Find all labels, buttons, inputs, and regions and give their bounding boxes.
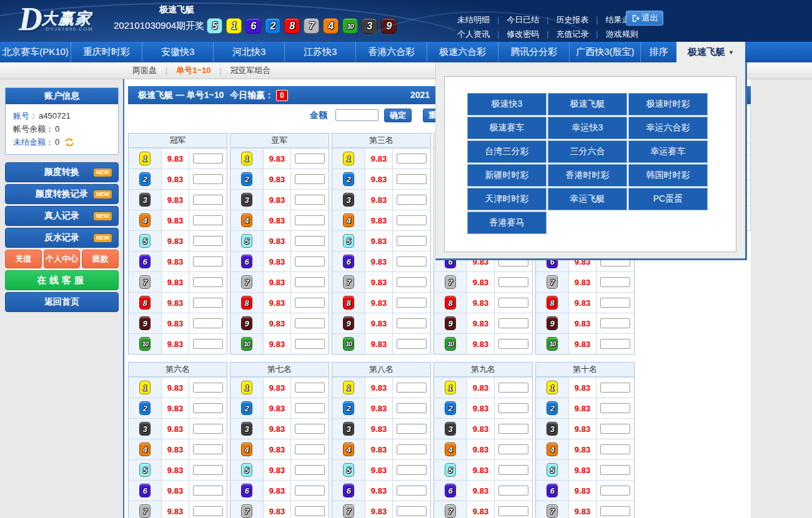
bet-amount-input[interactable] xyxy=(295,195,325,205)
bet-amount-input[interactable] xyxy=(600,277,630,287)
dropdown-game-item[interactable]: 幸运六合彩 xyxy=(628,117,708,139)
dropdown-game-item[interactable]: 新疆时时彩 xyxy=(467,164,547,187)
dropdown-game-item[interactable]: 香港赛马 xyxy=(467,212,547,234)
bet-amount-input[interactable] xyxy=(600,486,630,496)
bet-amount-input[interactable] xyxy=(295,318,325,328)
bet-amount-input[interactable] xyxy=(600,318,630,328)
bet-amount-input[interactable] xyxy=(193,154,223,164)
bet-amount-input[interactable] xyxy=(600,444,630,454)
bet-amount-input[interactable] xyxy=(193,277,223,287)
bet-amount-input[interactable] xyxy=(193,174,223,184)
bet-amount-input[interactable] xyxy=(295,298,325,308)
bet-amount-input[interactable] xyxy=(397,403,427,413)
dropdown-game-item[interactable]: 幸运赛车 xyxy=(628,140,708,163)
bet-amount-input[interactable] xyxy=(295,506,325,516)
bet-amount-input[interactable] xyxy=(397,215,427,225)
bet-amount-input[interactable] xyxy=(397,195,427,205)
dropdown-game-item[interactable]: 天津时时彩 xyxy=(467,188,547,210)
bet-amount-input[interactable] xyxy=(295,486,325,496)
back-home-button[interactable]: 返回首页 xyxy=(5,292,119,312)
bet-amount-input[interactable] xyxy=(295,236,325,246)
dropdown-game-item[interactable]: 极速时时彩 xyxy=(628,93,708,115)
confirm-button[interactable]: 确定 xyxy=(384,109,412,122)
bet-amount-input[interactable] xyxy=(498,383,528,393)
bet-amount-input[interactable] xyxy=(397,383,427,393)
bet-amount-input[interactable] xyxy=(193,339,223,349)
subnav-item[interactable]: 冠亚军组合 xyxy=(222,65,280,76)
bet-amount-input[interactable] xyxy=(397,465,427,475)
refresh-icon[interactable] xyxy=(64,138,74,147)
bet-amount-input[interactable] xyxy=(193,424,223,434)
bet-amount-input[interactable] xyxy=(295,257,325,266)
bet-amount-input[interactable] xyxy=(600,298,630,308)
nav-tab-active[interactable]: 极速飞艇 ▼ xyxy=(676,42,745,62)
bet-amount-input[interactable] xyxy=(397,174,427,184)
bet-amount-input[interactable] xyxy=(600,424,630,434)
bet-amount-input[interactable] xyxy=(193,486,223,496)
dropdown-game-item[interactable]: PC蛋蛋 xyxy=(628,188,708,210)
bet-amount-input[interactable] xyxy=(498,298,528,308)
sidebar-quick-button[interactable]: 充值 xyxy=(5,250,42,268)
top-menu-item[interactable]: 充值记录 xyxy=(548,29,596,40)
bet-amount-input[interactable] xyxy=(498,339,528,349)
bet-amount-input[interactable] xyxy=(193,318,223,328)
nav-tab[interactable]: 安徽快3 xyxy=(142,42,214,62)
nav-tab[interactable]: 排序 xyxy=(641,42,676,62)
dropdown-game-item[interactable]: 三分六合 xyxy=(548,140,627,163)
nav-tab[interactable]: 重庆时时彩 xyxy=(71,42,142,62)
top-menu-item[interactable]: 个人资讯 xyxy=(450,29,497,40)
bet-amount-input[interactable] xyxy=(498,444,528,454)
top-menu-item[interactable]: 今日已结 xyxy=(499,14,547,26)
sidebar-quick-button[interactable]: 提款 xyxy=(82,250,119,268)
dropdown-game-item[interactable]: 香港时时彩 xyxy=(548,164,627,187)
nav-tab[interactable]: 江苏快3 xyxy=(285,42,356,62)
bet-amount-input[interactable] xyxy=(600,383,630,393)
subnav-item[interactable]: 两面盘 xyxy=(124,65,166,76)
online-service-button[interactable]: 在线客服 xyxy=(5,270,119,290)
sidebar-nav-button[interactable]: 反水记录NEW xyxy=(5,228,119,248)
bet-amount-input[interactable] xyxy=(498,318,528,328)
dropdown-game-item[interactable]: 幸运飞艇 xyxy=(548,188,627,210)
bet-amount-input[interactable] xyxy=(295,465,325,475)
bet-amount-input[interactable] xyxy=(600,403,630,413)
bet-amount-input[interactable] xyxy=(397,298,427,308)
bet-amount-input[interactable] xyxy=(397,506,427,516)
nav-tab[interactable]: 广西快3(殷宝) xyxy=(570,42,641,62)
bet-amount-input[interactable] xyxy=(193,506,223,516)
bet-amount-input[interactable] xyxy=(295,444,325,454)
bet-amount-input[interactable] xyxy=(498,403,528,413)
sidebar-nav-button[interactable]: 颜度转换NEW xyxy=(5,162,119,182)
nav-tab[interactable]: 极速六合彩 xyxy=(427,42,498,62)
bet-amount-input[interactable] xyxy=(498,506,528,516)
dropdown-game-item[interactable]: 极速飞艇 xyxy=(548,93,627,115)
bet-amount-input[interactable] xyxy=(295,403,325,413)
bet-amount-input[interactable] xyxy=(193,215,223,225)
bet-amount-input[interactable] xyxy=(600,465,630,475)
bet-amount-input[interactable] xyxy=(397,236,427,246)
dropdown-game-item[interactable]: 台湾三分彩 xyxy=(467,140,547,163)
bet-amount-input[interactable] xyxy=(600,339,630,349)
bet-amount-input[interactable] xyxy=(498,486,528,496)
bet-amount-input[interactable] xyxy=(295,154,325,164)
bet-amount-input[interactable] xyxy=(193,383,223,393)
sidebar-nav-button[interactable]: 真人记录NEW xyxy=(5,206,119,226)
top-menu-item[interactable]: 历史报表 xyxy=(548,14,596,26)
bet-amount-input[interactable] xyxy=(498,424,528,434)
top-menu-item[interactable]: 修改密码 xyxy=(499,29,547,40)
bet-amount-input[interactable] xyxy=(193,195,223,205)
dropdown-game-item[interactable]: 幸运快3 xyxy=(548,117,627,139)
bet-amount-input[interactable] xyxy=(193,403,223,413)
bet-amount-input[interactable] xyxy=(193,465,223,475)
top-menu-item[interactable]: 游戏规则 xyxy=(598,29,645,40)
bet-amount-input[interactable] xyxy=(193,236,223,246)
bet-amount-input[interactable] xyxy=(397,424,427,434)
nav-tab[interactable]: 河北快3 xyxy=(214,42,285,62)
bet-amount-input[interactable] xyxy=(397,277,427,287)
bet-amount-input[interactable] xyxy=(193,298,223,308)
bet-amount-input[interactable] xyxy=(397,444,427,454)
bet-amount-input[interactable] xyxy=(397,257,427,266)
sidebar-quick-button[interactable]: 个人中心 xyxy=(44,250,81,268)
bet-amount-input[interactable] xyxy=(193,444,223,454)
bet-amount-input[interactable] xyxy=(295,277,325,287)
dropdown-game-item[interactable]: 极速快3 xyxy=(467,93,547,115)
